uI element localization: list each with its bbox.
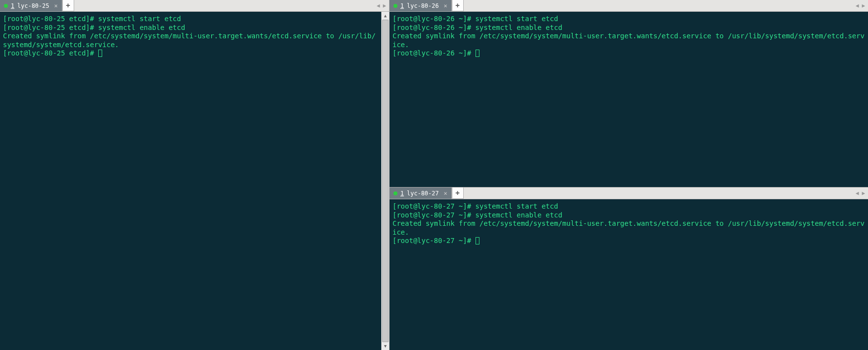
terminal-line: [root@lyc-80-25 etcd]# [3, 49, 98, 57]
close-icon[interactable]: × [444, 2, 447, 9]
cursor-icon [476, 50, 479, 57]
tab-lyc-80-25[interactable]: 1 lyc-80-25 × [0, 0, 62, 11]
tab-lyc-80-27[interactable]: 1 lyc-80-27 × [390, 188, 452, 199]
tab-nav-topright: ◀ ▶ [855, 0, 868, 11]
cursor-icon [476, 237, 479, 244]
new-tab-button[interactable]: + [452, 188, 464, 199]
terminal-line: Created symlink from /etc/systemd/system… [392, 219, 865, 236]
terminal-line: Created symlink from /etc/systemd/system… [392, 32, 865, 49]
close-icon[interactable]: × [444, 190, 447, 197]
new-tab-button[interactable]: + [452, 0, 464, 11]
tab-prev-icon[interactable]: ◀ [855, 190, 860, 196]
close-icon[interactable]: × [54, 2, 57, 9]
terminal-wrap-topright: [root@lyc-80-26 ~]# systemctl start etcd… [390, 12, 868, 187]
tab-number: 1 [400, 2, 404, 9]
tab-lyc-80-26[interactable]: 1 lyc-80-26 × [390, 0, 452, 11]
scroll-down-icon[interactable]: ▼ [382, 342, 389, 350]
status-dot-icon [393, 4, 397, 8]
tab-nav-left: ◀ ▶ [376, 0, 389, 11]
terminal-line: [root@lyc-80-27 ~]# systemctl enable etc… [392, 211, 562, 219]
terminal-line: [root@lyc-80-27 ~]# systemctl start etcd [392, 202, 558, 210]
pane-left: 1 lyc-80-25 × + ◀ ▶ [root@lyc-80-25 etcd… [0, 0, 390, 350]
scroll-thumb[interactable] [382, 20, 389, 342]
terminal-wrap-bottomright: [root@lyc-80-27 ~]# systemctl start etcd… [390, 199, 868, 350]
scroll-track[interactable] [382, 20, 389, 342]
tab-prev-icon[interactable]: ◀ [376, 2, 381, 9]
tab-title: lyc-80-26 [407, 2, 439, 9]
pane-top-right: 1 lyc-80-26 × + ◀ ▶ [root@lyc-80-26 ~]# … [390, 0, 868, 188]
status-dot-icon [393, 191, 397, 195]
pane-right: 1 lyc-80-26 × + ◀ ▶ [root@lyc-80-26 ~]# … [390, 0, 868, 350]
tab-number: 1 [11, 2, 14, 9]
terminal-wrap-left: [root@lyc-80-25 etcd]# systemctl start e… [0, 12, 389, 350]
scrollbar-left[interactable]: ▲ ▼ [381, 12, 389, 350]
cursor-icon [98, 50, 102, 57]
new-tab-button[interactable]: + [62, 0, 74, 11]
status-dot-icon [4, 4, 8, 8]
terminal-left[interactable]: [root@lyc-80-25 etcd]# systemctl start e… [0, 12, 381, 350]
tab-next-icon[interactable]: ▶ [382, 2, 387, 9]
scroll-up-icon[interactable]: ▲ [382, 12, 389, 20]
tab-title: lyc-80-27 [407, 190, 439, 197]
tabbar-bottomright: 1 lyc-80-27 × + ◀ ▶ [390, 188, 868, 199]
terminal-line: [root@lyc-80-27 ~]# [392, 237, 476, 244]
terminal-line: [root@lyc-80-25 etcd]# systemctl start e… [3, 15, 181, 23]
tab-next-icon[interactable]: ▶ [861, 190, 866, 196]
terminal-line: [root@lyc-80-26 ~]# [392, 49, 476, 57]
tab-next-icon[interactable]: ▶ [861, 2, 866, 9]
tab-prev-icon[interactable]: ◀ [855, 2, 860, 9]
terminal-bottomright[interactable]: [root@lyc-80-27 ~]# systemctl start etcd… [390, 199, 868, 350]
tab-nav-bottomright: ◀ ▶ [855, 188, 868, 199]
tab-number: 1 [400, 190, 404, 197]
terminal-line: [root@lyc-80-26 ~]# systemctl start etcd [392, 15, 558, 23]
terminal-line: [root@lyc-80-25 etcd]# systemctl enable … [3, 24, 185, 31]
tab-title: lyc-80-25 [17, 2, 49, 9]
pane-bottom-right: 1 lyc-80-27 × + ◀ ▶ [root@lyc-80-27 ~]# … [390, 188, 868, 350]
tabbar-left: 1 lyc-80-25 × + ◀ ▶ [0, 0, 389, 12]
terminal-line: [root@lyc-80-26 ~]# systemctl enable etc… [392, 24, 562, 31]
tabbar-topright: 1 lyc-80-26 × + ◀ ▶ [390, 0, 868, 12]
terminal-topright[interactable]: [root@lyc-80-26 ~]# systemctl start etcd… [390, 12, 868, 187]
terminal-line: Created symlink from /etc/systemd/system… [3, 32, 376, 49]
